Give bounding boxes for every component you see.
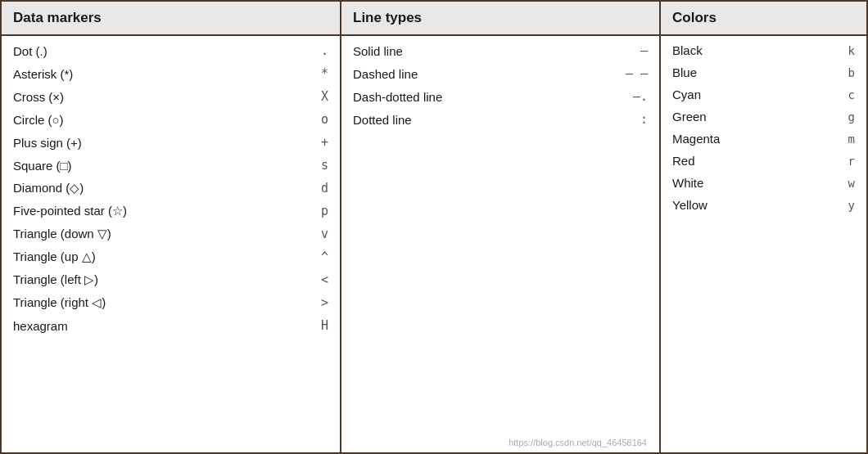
marker-label: Cross (×)	[13, 90, 64, 104]
marker-symbol: +	[296, 135, 328, 150]
linetypes-header: Line types	[341, 2, 659, 36]
watermark: https://blog.csdn.net/qq_46458164	[509, 438, 647, 447]
colors-header: Colors	[661, 2, 866, 36]
color-label: Red	[672, 154, 695, 168]
color-row: White w	[661, 172, 866, 194]
marker-row: Diamond (◇) d	[2, 177, 340, 200]
color-label: Yellow	[672, 198, 708, 212]
color-code: c	[830, 88, 855, 101]
linetypes-column: Line types Solid line – Dashed line – – …	[341, 2, 661, 452]
marker-label: Five-pointed star (☆)	[13, 204, 127, 218]
marker-symbol: X	[296, 89, 328, 104]
color-row: Green g	[661, 106, 866, 128]
color-row: Black k	[661, 39, 866, 61]
color-row: Yellow y	[661, 194, 866, 216]
marker-row: Triangle (down ▽) v	[2, 223, 340, 245]
linetype-row: Dashed line – –	[341, 62, 659, 85]
linetypes-body: Solid line – Dashed line – – Dash-dotted…	[341, 36, 659, 452]
marker-symbol: o	[296, 112, 328, 127]
marker-symbol: s	[296, 158, 328, 173]
marker-label: Triangle (up △)	[13, 249, 96, 264]
marker-label: hexagram	[13, 319, 68, 333]
marker-row: Circle (○) o	[2, 108, 340, 131]
marker-label: Plus sign (+)	[13, 136, 82, 150]
marker-symbol: >	[296, 295, 328, 310]
color-label: Green	[672, 110, 707, 124]
color-code: k	[830, 44, 855, 57]
linetype-symbol: –.	[615, 89, 648, 104]
marker-label: Triangle (left ▷)	[13, 272, 98, 287]
marker-row: Plus sign (+) +	[2, 131, 340, 154]
linetype-label: Dash-dotted line	[353, 90, 442, 104]
color-label: Cyan	[672, 88, 701, 101]
color-code: m	[830, 133, 855, 146]
color-code: b	[830, 66, 855, 79]
marker-symbol: p	[296, 204, 328, 218]
marker-symbol: <	[296, 272, 328, 287]
linetype-symbol: – –	[615, 66, 648, 81]
marker-symbol: .	[296, 43, 328, 58]
linetype-label: Solid line	[353, 44, 403, 58]
marker-row: Cross (×) X	[2, 85, 340, 108]
marker-row: Asterisk (*) *	[2, 62, 340, 85]
markers-header: Data markers	[2, 2, 340, 36]
color-code: g	[830, 110, 855, 124]
marker-label: Circle (○)	[13, 113, 64, 127]
linetype-label: Dotted line	[353, 113, 412, 127]
marker-symbol: v	[296, 227, 328, 241]
linetype-symbol: –	[615, 43, 648, 58]
color-label: Blue	[672, 65, 697, 79]
marker-symbol: d	[296, 181, 328, 196]
marker-symbol: H	[296, 318, 328, 333]
marker-label: Triangle (down ▽)	[13, 227, 111, 241]
linetype-row: Solid line –	[341, 39, 659, 62]
color-row: Red r	[661, 150, 866, 172]
main-table: Data markers Dot (.) . Asterisk (*) * Cr…	[0, 0, 868, 454]
marker-row: Dot (.) .	[2, 39, 340, 62]
marker-row: hexagram H	[2, 314, 340, 337]
marker-row: Triangle (left ▷) <	[2, 268, 340, 291]
marker-label: Dot (.)	[13, 44, 47, 58]
marker-label: Diamond (◇)	[13, 181, 84, 196]
color-label: White	[672, 176, 703, 190]
marker-row: Five-pointed star (☆) p	[2, 200, 340, 223]
marker-symbol: ^	[296, 249, 328, 264]
linetype-symbol: :	[615, 112, 648, 127]
color-row: Magenta m	[661, 128, 866, 150]
marker-row: Triangle (right ◁) >	[2, 291, 340, 314]
marker-row: Square (□) s	[2, 154, 340, 177]
color-row: Blue b	[661, 61, 866, 83]
marker-symbol: *	[296, 66, 328, 81]
markers-column: Data markers Dot (.) . Asterisk (*) * Cr…	[2, 2, 341, 452]
color-row: Cyan c	[661, 83, 866, 106]
marker-label: Triangle (right ◁)	[13, 295, 106, 310]
linetype-label: Dashed line	[353, 67, 418, 81]
color-label: Magenta	[672, 132, 720, 146]
colors-body: Black k Blue b Cyan c Green g Magenta m …	[661, 36, 866, 452]
marker-label: Square (□)	[13, 159, 72, 173]
color-label: Black	[672, 43, 703, 57]
colors-column: Colors Black k Blue b Cyan c Green g Mag…	[661, 2, 866, 452]
color-code: r	[830, 155, 855, 168]
linetype-row: Dotted line :	[341, 108, 659, 131]
color-code: y	[830, 199, 855, 212]
color-code: w	[830, 177, 855, 190]
linetype-row: Dash-dotted line –.	[341, 85, 659, 108]
marker-row: Triangle (up △) ^	[2, 245, 340, 268]
markers-body: Dot (.) . Asterisk (*) * Cross (×) X Cir…	[2, 36, 340, 452]
marker-label: Asterisk (*)	[13, 67, 73, 81]
